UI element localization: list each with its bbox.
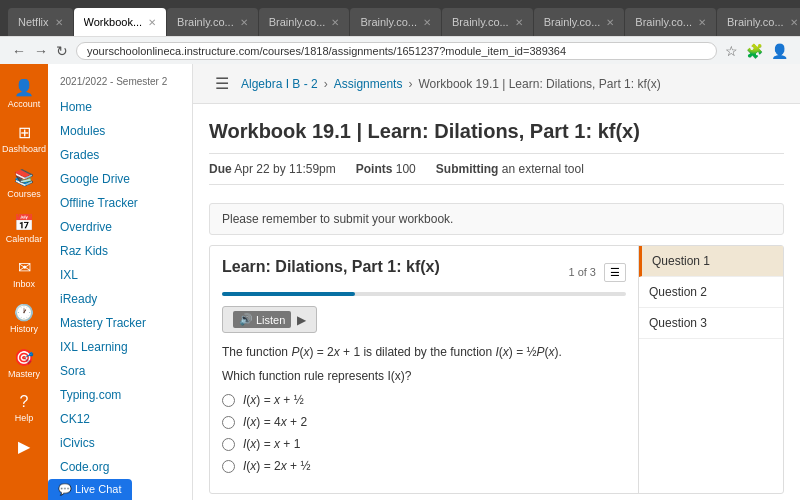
tab-close-icon[interactable]: ✕	[331, 17, 339, 28]
option-1-text: I(x) = x + ½	[243, 393, 304, 407]
browser-tab[interactable]: Brainly.co...✕	[442, 8, 533, 36]
nav-item-dashboard[interactable]: ⊞Dashboard	[2, 117, 46, 160]
tab-label: Workbook...	[84, 16, 143, 28]
options-list: I(x) = x + ½ I(x) = 4x + 2 I(x) = x + 1 …	[222, 393, 626, 473]
which-text: Which function rule represents I(x)?	[222, 369, 626, 383]
question-panel-item[interactable]: Question 1	[639, 246, 783, 277]
nav-item-courses[interactable]: 📚Courses	[2, 162, 46, 205]
tab-label: Brainly.co...	[544, 16, 601, 28]
sidebar-link-mastery-tracker[interactable]: Mastery Tracker	[48, 311, 192, 335]
tab-label: Brainly.co...	[177, 16, 234, 28]
option-3: I(x) = x + 1	[222, 437, 626, 451]
points-value: 100	[396, 162, 416, 176]
tab-label: Brainly.co...	[635, 16, 692, 28]
submitting-label: Submitting	[436, 162, 499, 176]
bookmark-button[interactable]: ☆	[725, 43, 738, 59]
tab-close-icon[interactable]: ✕	[606, 17, 614, 28]
option-3-radio[interactable]	[222, 438, 235, 451]
breadcrumb-section[interactable]: Assignments	[334, 77, 403, 91]
tabs-row: Netflix✕Workbook...✕Brainly.co...✕Brainl…	[8, 0, 800, 36]
browser-tab[interactable]: Brainly.co...✕	[167, 8, 258, 36]
extensions-button[interactable]: 🧩	[746, 43, 763, 59]
tab-close-icon[interactable]: ✕	[55, 17, 63, 28]
hamburger-button[interactable]: ☰	[209, 72, 235, 95]
nav-item-mastery[interactable]: 🎯Mastery	[2, 342, 46, 385]
tab-close-icon[interactable]: ✕	[790, 17, 798, 28]
mastery-icon: 🎯	[14, 348, 34, 367]
browser-tab[interactable]: Netflix✕	[8, 8, 73, 36]
browser-tab[interactable]: Brainly.co...✕	[259, 8, 350, 36]
nav-item-help[interactable]: ?Help	[2, 387, 46, 429]
calendar-icon: 📅	[14, 213, 34, 232]
sidebar-link-offline-tracker[interactable]: Offline Tracker	[48, 191, 192, 215]
question-panel-item[interactable]: Question 2	[639, 277, 783, 308]
url-bar[interactable]: yourschoolonlineca.instructure.com/cours…	[76, 42, 717, 60]
nav-item-history[interactable]: 🕐History	[2, 297, 46, 340]
sidebar-link-typing.com[interactable]: Typing.com	[48, 383, 192, 407]
due-label: Due	[209, 162, 232, 176]
question-panel: Question 1Question 2Question 3	[638, 246, 783, 493]
option-4-radio[interactable]	[222, 460, 235, 473]
reload-button[interactable]: ↻	[56, 43, 68, 59]
nav-item-calendar[interactable]: 📅Calendar	[2, 207, 46, 250]
sidebar-link-iready[interactable]: iReady	[48, 287, 192, 311]
sidebar-link-ck12[interactable]: CK12	[48, 407, 192, 431]
tab-close-icon[interactable]: ✕	[515, 17, 523, 28]
sidebar-link-google-drive[interactable]: Google Drive	[48, 167, 192, 191]
sidebar-link-ixl[interactable]: IXL	[48, 263, 192, 287]
page-title: Workbook 19.1 | Learn: Dilations, Part 1…	[209, 120, 784, 143]
forward-button[interactable]: →	[34, 43, 48, 59]
browser-tab[interactable]: Brainly.co...✕	[350, 8, 441, 36]
page-counter-row: Learn: Dilations, Part 1: kf(x) 1 of 3 ☰	[222, 258, 626, 286]
nav-item-inbox[interactable]: ✉Inbox	[2, 252, 46, 295]
sidebar-link-icivics[interactable]: iCivics	[48, 431, 192, 455]
sidebar-link-code.org[interactable]: Code.org	[48, 455, 192, 479]
notice-text: Please remember to submit your workbook.	[222, 212, 453, 226]
sidebar-link-home[interactable]: Home	[48, 95, 192, 119]
main-content: ☰ Algebra I B - 2 › Assignments › Workbo…	[193, 64, 800, 500]
page-counter-text: 1 of 3	[568, 266, 596, 278]
browser-tab[interactable]: Workbook...✕	[74, 8, 167, 36]
browser-tab[interactable]: Brainly.co...✕	[717, 8, 800, 36]
nav-item-more[interactable]: ▶	[2, 431, 46, 464]
option-4: I(x) = 2x + ½	[222, 459, 626, 473]
profile-button[interactable]: 👤	[771, 43, 788, 59]
option-2-text: I(x) = 4x + 2	[243, 415, 307, 429]
tab-close-icon[interactable]: ✕	[240, 17, 248, 28]
sidebar-link-modules[interactable]: Modules	[48, 119, 192, 143]
question-panel-item[interactable]: Question 3	[639, 308, 783, 339]
option-1-radio[interactable]	[222, 394, 235, 407]
workbook-title: Learn: Dilations, Part 1: kf(x)	[222, 258, 440, 276]
meta-row: Due Apr 22 by 11:59pm Points 100 Submitt…	[209, 153, 784, 185]
browser-tab[interactable]: Brainly.co...✕	[534, 8, 625, 36]
sidebar-link-sora[interactable]: Sora	[48, 359, 192, 383]
breadcrumb-course[interactable]: Algebra I B - 2	[241, 77, 318, 91]
back-button[interactable]: ←	[12, 43, 26, 59]
browser-tab[interactable]: Brainly.co...✕	[625, 8, 716, 36]
inbox-label: Inbox	[13, 279, 35, 289]
progress-bar-fill	[222, 292, 355, 296]
sidebar-link-grades[interactable]: Grades	[48, 143, 192, 167]
listen-button[interactable]: 🔊 Listen	[233, 311, 291, 328]
live-chat-button[interactable]: 💬 Live Chat	[48, 479, 132, 500]
progress-bar-container	[222, 292, 626, 296]
courses-label: Courses	[7, 189, 41, 199]
tab-close-icon[interactable]: ✕	[698, 17, 706, 28]
dashboard-icon: ⊞	[18, 123, 31, 142]
workbook-main: Learn: Dilations, Part 1: kf(x) 1 of 3 ☰…	[210, 246, 638, 493]
list-view-button[interactable]: ☰	[604, 263, 626, 282]
listen-label: Listen	[256, 314, 285, 326]
courses-icon: 📚	[14, 168, 34, 187]
sidebar-link-ixl-learning[interactable]: IXL Learning	[48, 335, 192, 359]
nav-item-account[interactable]: 👤Account	[2, 72, 46, 115]
breadcrumb-page: Workbook 19.1 | Learn: Dilations, Part 1…	[418, 77, 660, 91]
tab-close-icon[interactable]: ✕	[423, 17, 431, 28]
sidebar-link-raz-kids[interactable]: Raz Kids	[48, 239, 192, 263]
page-header: Workbook 19.1 | Learn: Dilations, Part 1…	[193, 104, 800, 193]
play-button[interactable]: ▶	[297, 313, 306, 327]
sidebar-link-overdrive[interactable]: Overdrive	[48, 215, 192, 239]
calendar-label: Calendar	[6, 234, 43, 244]
dashboard-label: Dashboard	[2, 144, 46, 154]
tab-close-icon[interactable]: ✕	[148, 17, 156, 28]
option-2-radio[interactable]	[222, 416, 235, 429]
